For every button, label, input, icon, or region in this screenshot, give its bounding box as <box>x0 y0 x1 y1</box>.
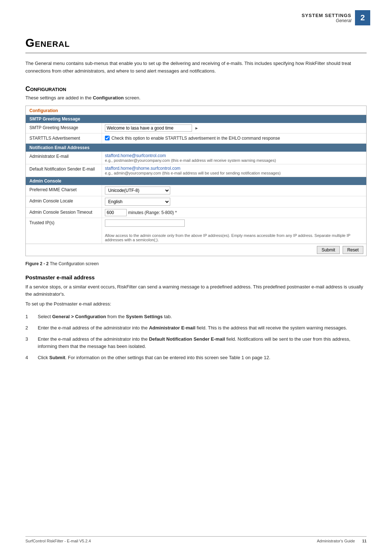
timeout-row: minutes (Range: 5-800) * <box>105 209 363 216</box>
admin-email-value: stafford.horne@surfcontrol.com e.g., pos… <box>102 152 366 164</box>
locale-select[interactable]: English <box>105 198 170 206</box>
submit-button[interactable]: Submit <box>317 246 340 254</box>
page-header: System Settings General 2 <box>302 10 370 25</box>
postmaster-intro2: To set up the Postmaster e-mail address: <box>25 300 367 308</box>
session-timeout-label: Admin Console Session Timeout <box>26 208 102 218</box>
config-buttons: Submit Reset <box>26 244 366 256</box>
section-intro-suffix: screen. <box>124 95 140 100</box>
mime-charset-value[interactable]: Unicode(UTF-8) <box>102 185 366 196</box>
smtp-greeting-value[interactable]: ► <box>102 123 366 133</box>
step-1-text: Select General > Configuration from the … <box>38 313 367 321</box>
step-2-text: Enter the e-mail address of the administ… <box>38 324 367 332</box>
default-sender-value: stafford.horne@shorne.surfcontrol.com e.… <box>102 164 366 177</box>
trusted-ip-hint: Allow access to the admin console only f… <box>105 233 363 242</box>
header-subtitle: General <box>302 18 351 23</box>
trusted-ip-row: Trusted IP(s) Allow access to the admin … <box>26 218 366 244</box>
step-2: 2 Enter the e-mail address of the admini… <box>25 324 367 332</box>
step-4: 4 Click Submit. For information on the o… <box>25 354 367 362</box>
footer-page-num: 11 <box>362 539 367 543</box>
step-3-num: 3 <box>25 336 33 343</box>
configuration-section-intro: These settings are added in the Configur… <box>25 95 367 100</box>
admin-email-hint: e.g., postmaster@yourcompany.com (this e… <box>105 158 363 163</box>
admin-email-text: stafford.horne@surfcontrol.com <box>105 153 166 158</box>
trusted-ip-value: Allow access to the admin console only f… <box>102 218 366 243</box>
admin-console-section-header: Admin Console <box>26 177 366 185</box>
mime-charset-label: Preferred MIME Charset <box>26 185 102 196</box>
default-sender-label: Default Notification Sender E-mail <box>26 164 102 177</box>
header-title: System Settings <box>302 13 351 18</box>
footer-left: SurfControl RiskFilter - E-mail V5.2.4 <box>25 539 91 543</box>
smtp-greeting-label: SMTP Greeting Message <box>26 123 102 133</box>
reset-button[interactable]: Reset <box>343 246 363 254</box>
locale-label: Admin Console Locale <box>26 196 102 207</box>
configuration-panel: Configuration SMTP Greeting Message SMTP… <box>25 106 367 256</box>
default-sender-hint: e.g., admin@yourcompany.com (this e-mail… <box>105 171 363 175</box>
step-3: 3 Enter the e-mail address of the admini… <box>25 336 367 351</box>
intro-paragraph: The General menu contains sub-menus that… <box>25 60 367 75</box>
step-2-num: 2 <box>25 324 33 332</box>
step-4-text: Click Submit. For information on the oth… <box>38 354 367 362</box>
step-list: 1 Select General > Configuration from th… <box>25 313 367 362</box>
mime-charset-select[interactable]: Unicode(UTF-8) <box>105 186 170 194</box>
postmaster-intro1: If a service stops, or a similar event o… <box>25 283 367 299</box>
postmaster-subsection-title: Postmaster e-mail address <box>25 274 367 280</box>
admin-email-label: Administrator E-mail <box>26 152 102 164</box>
starttls-text: Check this option to enable STARTTLS adv… <box>111 136 280 141</box>
step-1-num: 1 <box>25 313 33 321</box>
page-title: General <box>25 36 367 53</box>
configuration-section-title: Configuration <box>25 85 367 93</box>
page-footer: SurfControl RiskFilter - E-mail V5.2.4 A… <box>25 536 367 543</box>
figure-caption-bold: Figure 2 - 2 <box>25 261 49 266</box>
default-sender-row: Default Notification Sender E-mail staff… <box>26 164 366 177</box>
starttls-value: Check this option to enable STARTTLS adv… <box>102 134 366 143</box>
session-timeout-row: Admin Console Session Timeout minutes (R… <box>26 208 366 218</box>
session-timeout-value: minutes (Range: 5-800) * <box>102 208 366 218</box>
timeout-hint: minutes (Range: 5-800) * <box>128 210 177 215</box>
section-intro-bold: Configuration <box>93 95 124 100</box>
locale-value[interactable]: English <box>102 196 366 207</box>
chapter-badge: 2 <box>355 10 370 25</box>
starttls-checkbox-row: Check this option to enable STARTTLS adv… <box>105 135 363 141</box>
locale-row: Admin Console Locale English <box>26 196 366 208</box>
footer-guide-label: Administrator's Guide <box>317 539 355 543</box>
mime-charset-row: Preferred MIME Charset Unicode(UTF-8) <box>26 185 366 196</box>
step-4-num: 4 <box>25 354 33 362</box>
session-timeout-input[interactable] <box>105 209 127 216</box>
footer-right: Administrator's Guide 11 <box>317 539 367 543</box>
step-3-text: Enter the e-mail address of the administ… <box>38 336 367 351</box>
main-content: General The General menu contains sub-me… <box>0 0 392 397</box>
config-panel-title: Configuration <box>26 106 366 115</box>
trusted-ip-label: Trusted IP(s) <box>26 218 102 243</box>
step-1: 1 Select General > Configuration from th… <box>25 313 367 321</box>
smtp-greeting-input[interactable] <box>105 124 192 132</box>
starttls-row: STARTTLS Advertisement Check this option… <box>26 134 366 144</box>
starttls-checkbox[interactable] <box>105 136 110 140</box>
default-sender-text: stafford.horne@shorne.surfcontrol.com <box>105 166 180 171</box>
trusted-ip-input[interactable] <box>105 219 185 227</box>
notification-section-header: Notification Email Addresses <box>26 144 366 152</box>
starttls-label: STARTTLS Advertisement <box>26 134 102 143</box>
admin-email-row: Administrator E-mail stafford.horne@surf… <box>26 152 366 164</box>
smtp-greeting-row: SMTP Greeting Message ► <box>26 123 366 134</box>
header-text: System Settings General <box>302 13 351 23</box>
figure-caption: Figure 2 - 2 The Configuration screen <box>25 261 367 266</box>
section-intro-prefix: These settings are added in the <box>25 95 93 100</box>
smtp-section-header: SMTP Greeting Message <box>26 115 366 123</box>
